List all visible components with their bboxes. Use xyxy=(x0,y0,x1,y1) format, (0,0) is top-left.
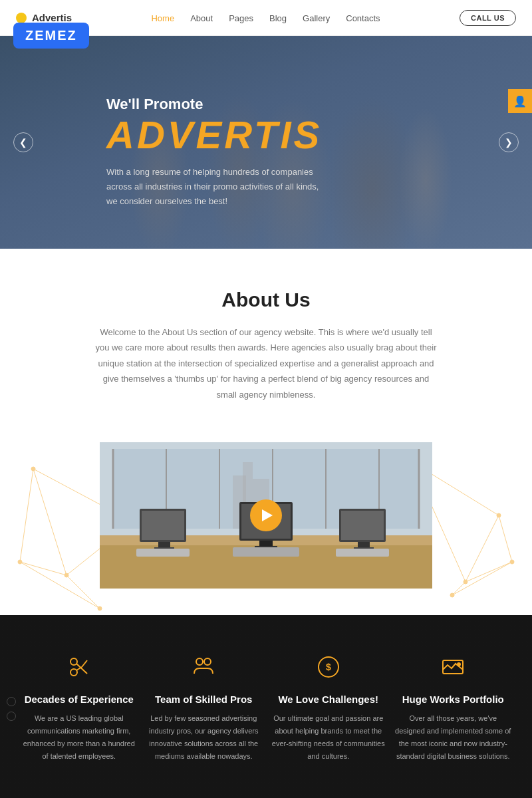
svg-rect-45 xyxy=(259,541,273,546)
user-icon: 👤 xyxy=(513,95,527,108)
scissors-icon xyxy=(21,655,137,684)
hero-title: ADVERTIS xyxy=(106,116,322,154)
dollar-icon: $ xyxy=(270,655,386,684)
svg-line-10 xyxy=(466,562,512,582)
feature-desc-2: Led by few seasoned advertising industry… xyxy=(146,712,262,762)
svg-point-22 xyxy=(510,560,514,564)
feature-item-3: $ We Love Challenges! Our ultimate goal … xyxy=(270,655,386,762)
about-title: About Us xyxy=(53,289,479,311)
svg-rect-49 xyxy=(358,542,370,547)
svg-point-21 xyxy=(464,580,467,584)
svg-line-13 xyxy=(452,562,512,595)
hero-description: With a long resume of helping hundreds o… xyxy=(106,165,319,209)
svg-point-64 xyxy=(457,662,461,666)
svg-point-23 xyxy=(450,593,454,597)
team-icon xyxy=(146,655,262,684)
svg-line-4 xyxy=(20,562,66,575)
svg-line-1 xyxy=(33,469,66,575)
svg-point-20 xyxy=(497,513,501,517)
hero-background: We'll Promote ADVERTIS With a long resum… xyxy=(0,36,532,249)
image-icon xyxy=(395,655,511,684)
svg-rect-41 xyxy=(158,542,170,547)
video-section xyxy=(0,429,532,615)
svg-rect-48 xyxy=(341,511,384,540)
chevron-right-icon: ❯ xyxy=(505,137,513,148)
svg-line-6 xyxy=(20,562,100,608)
svg-rect-52 xyxy=(233,547,299,557)
feature-item-4: Huge Works Portfolio Over all those year… xyxy=(395,655,511,762)
nav-links: Home About Pages Blog Gallery Contacts xyxy=(151,12,380,24)
svg-line-3 xyxy=(20,469,33,562)
svg-line-58 xyxy=(82,660,87,667)
feature-desc-3: Our ultimate goal and passion are about … xyxy=(270,712,386,762)
call-us-button[interactable]: CALL US xyxy=(460,10,516,26)
svg-point-60 xyxy=(204,658,211,665)
svg-rect-40 xyxy=(142,511,184,540)
zemez-logo: ZEMEZ xyxy=(13,23,89,49)
feature-title-2: Team of Skilled Pros xyxy=(146,693,262,706)
svg-point-16 xyxy=(65,573,68,577)
hero-section: We'll Promote ADVERTIS With a long resum… xyxy=(0,36,532,249)
hero-content: We'll Promote ADVERTIS With a long resum… xyxy=(0,76,322,209)
nav-brand: Advertis xyxy=(16,12,72,23)
feature-title-1: Decades of Experience xyxy=(21,693,137,706)
video-thumbnail[interactable] xyxy=(100,442,432,589)
svg-point-54 xyxy=(70,658,77,665)
svg-point-17 xyxy=(18,560,22,564)
svg-point-55 xyxy=(70,669,77,676)
svg-line-12 xyxy=(452,582,466,595)
hero-subtitle: We'll Promote xyxy=(106,96,322,113)
nav-item-about[interactable]: About xyxy=(190,12,213,24)
nav-item-blog[interactable]: Blog xyxy=(269,12,287,24)
feature-title-4: Huge Works Portfolio xyxy=(395,693,511,706)
feature-desc-4: Over all those years, we've designed and… xyxy=(395,712,511,762)
svg-rect-53 xyxy=(336,549,389,557)
svg-rect-51 xyxy=(136,549,190,557)
svg-point-18 xyxy=(98,606,102,610)
feature-item-1: Decades of Experience We are a US leadin… xyxy=(21,655,137,762)
nav-item-contacts[interactable]: Contacts xyxy=(346,12,380,24)
about-section: About Us Welcome to the About Us section… xyxy=(0,249,532,429)
svg-point-59 xyxy=(196,658,203,665)
feature-title-3: We Love Challenges! xyxy=(270,693,386,706)
nav-item-home[interactable]: Home xyxy=(151,12,174,24)
brand-name: Advertis xyxy=(32,12,72,23)
svg-text:$: $ xyxy=(326,662,331,672)
sun-icon xyxy=(16,13,27,23)
nav-item-gallery[interactable]: Gallery xyxy=(303,12,330,24)
nav-item-pages[interactable]: Pages xyxy=(229,12,253,24)
feature-desc-1: We are a US leading global communication… xyxy=(21,712,137,762)
deco-circle-1 xyxy=(7,697,16,706)
play-button[interactable] xyxy=(250,499,282,531)
feature-item-2: Team of Skilled Pros Led by few seasoned… xyxy=(146,655,262,762)
deco-circles xyxy=(7,697,16,721)
about-description: Welcome to the About Us section of our a… xyxy=(93,325,439,402)
deco-circle-2 xyxy=(7,712,16,721)
svg-line-11 xyxy=(499,515,512,562)
svg-point-14 xyxy=(31,467,35,471)
svg-line-8 xyxy=(466,515,499,582)
svg-line-5 xyxy=(66,575,100,608)
user-avatar-badge: 👤 xyxy=(508,89,532,113)
features-section: Decades of Experience We are a US leadin… xyxy=(0,615,532,798)
hero-next-button[interactable]: ❯ xyxy=(499,132,519,152)
